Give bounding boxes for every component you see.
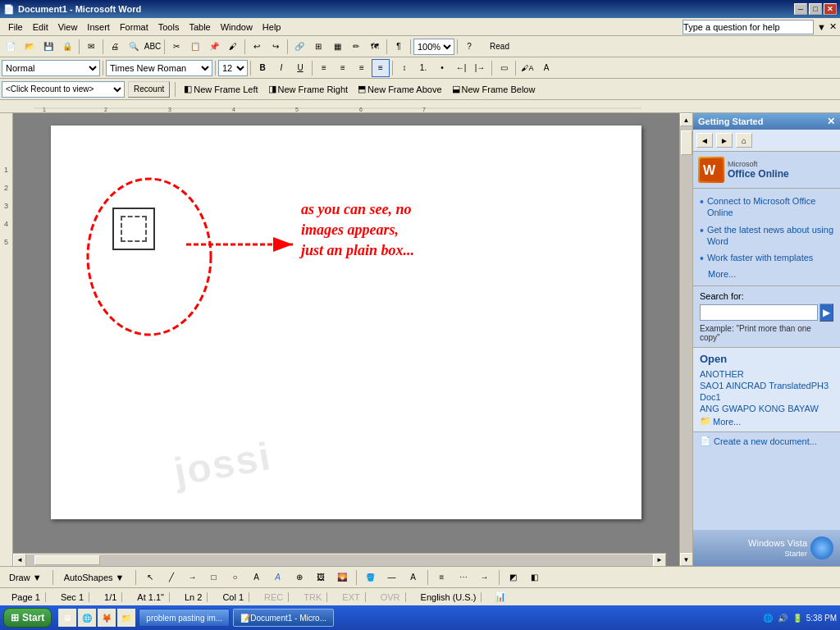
firefox-btn[interactable]: 🦊	[98, 609, 116, 627]
menu-insert[interactable]: Insert	[82, 21, 115, 34]
clip-art-tool[interactable]: 🖼	[312, 568, 330, 587]
horizontal-scrollbar[interactable]: ◄ ►	[13, 553, 666, 566]
paste-format-btn[interactable]: 🖌	[224, 38, 242, 56]
line-tool[interactable]: ╱	[162, 568, 180, 587]
open-item-2[interactable]: Doc1	[700, 391, 833, 403]
rect-tool[interactable]: □	[205, 568, 223, 587]
columns-btn[interactable]: ▦	[328, 38, 346, 56]
line-color-btn[interactable]: —	[383, 568, 401, 587]
line-style-btn[interactable]: ≡	[433, 568, 451, 587]
save-btn[interactable]: 💾	[39, 38, 57, 56]
print-preview-btn[interactable]: 🔍	[125, 38, 143, 56]
help-btn[interactable]: ?	[460, 38, 478, 56]
oval-tool[interactable]: ○	[226, 568, 244, 587]
cursor-tool[interactable]: ↖	[141, 568, 159, 587]
recount-select[interactable]: <Click Recount to view>	[2, 81, 125, 98]
paste-btn[interactable]: 📌	[205, 38, 223, 56]
panel-forward-btn[interactable]: ►	[716, 133, 733, 148]
help-search-input[interactable]	[682, 20, 814, 34]
email-btn[interactable]: ✉	[82, 38, 100, 56]
permission-btn[interactable]: 🔒	[58, 38, 76, 56]
start-button[interactable]: ⊞ Start	[3, 608, 52, 628]
menu-help[interactable]: Help	[258, 21, 286, 34]
bold-btn[interactable]: B	[253, 59, 272, 77]
draw-button[interactable]: Draw ▼	[3, 570, 48, 585]
open-btn[interactable]: 📂	[21, 38, 39, 56]
vertical-scrollbar[interactable]: ▲ ▼	[679, 113, 692, 566]
network-tray-icon[interactable]: 🌐	[762, 612, 774, 623]
menu-view[interactable]: View	[53, 21, 83, 34]
scroll-thumb[interactable]	[681, 130, 692, 155]
text-box-tool[interactable]: A	[248, 568, 266, 587]
hyperlink-btn[interactable]: 🔗	[290, 38, 308, 56]
volume-tray-icon[interactable]: 🔊	[777, 612, 788, 623]
menu-file[interactable]: File	[3, 21, 28, 34]
word-count-icon[interactable]: 📊	[495, 591, 506, 602]
more-link-1[interactable]: More...	[700, 269, 833, 279]
recount-button[interactable]: Recount	[128, 81, 170, 98]
3d-btn[interactable]: ◧	[526, 568, 544, 587]
scroll-left-btn[interactable]: ◄	[13, 554, 26, 567]
create-new-link[interactable]: 📄 Create a new document...	[700, 436, 833, 446]
panel-home-btn[interactable]: ⌂	[736, 133, 752, 148]
close-button[interactable]: ✕	[824, 3, 837, 15]
read-btn[interactable]: Read	[479, 38, 520, 56]
panel-close-icon[interactable]: ✕	[827, 116, 835, 127]
document-area[interactable]: as you can see, no images appears, just …	[13, 113, 679, 566]
undo-btn[interactable]: ↩	[248, 38, 266, 56]
spelling-btn[interactable]: ABC	[144, 38, 162, 56]
font-size-select[interactable]: 12	[218, 60, 248, 76]
outside-border-btn[interactable]: ▭	[495, 59, 513, 77]
new-frame-above-btn[interactable]: ⬒ New Frame Above	[354, 82, 445, 96]
autoshapes-button[interactable]: AutoShapes ▼	[58, 570, 130, 585]
more-open-link[interactable]: 📁 More...	[700, 416, 833, 427]
shadow-btn[interactable]: ◩	[504, 568, 523, 587]
dash-style-btn[interactable]: ⋯	[454, 568, 472, 587]
align-center-btn[interactable]: ≡	[334, 59, 352, 77]
scroll-track[interactable]	[680, 126, 692, 553]
menu-edit[interactable]: Edit	[28, 21, 53, 34]
justify-btn[interactable]: ≡	[372, 59, 390, 77]
h-scroll-thumb[interactable]	[34, 555, 100, 565]
new-btn[interactable]: 📄	[2, 38, 20, 56]
new-frame-left-btn[interactable]: ◧ New Frame Left	[180, 82, 261, 96]
battery-tray-icon[interactable]: 🔋	[792, 612, 803, 623]
minimize-button[interactable]: ─	[794, 3, 807, 15]
drawing-btn[interactable]: ✏	[347, 38, 365, 56]
news-link[interactable]: Get the latest news about using Word	[707, 224, 833, 248]
arrow-tool[interactable]: →	[184, 568, 202, 587]
scroll-down-btn[interactable]: ▼	[680, 553, 693, 566]
search-go-button[interactable]: ▶	[819, 304, 833, 322]
show-desktop-btn[interactable]: 🖥	[58, 609, 76, 627]
arrow-style-btn[interactable]: →	[476, 568, 494, 587]
table-btn[interactable]: ⊞	[309, 38, 327, 56]
menu-window[interactable]: Window	[216, 21, 258, 34]
font-color-btn[interactable]: A	[537, 59, 555, 77]
italic-btn[interactable]: I	[272, 59, 290, 77]
picture-tool[interactable]: 🌄	[333, 568, 351, 587]
cut-btn[interactable]: ✂	[167, 38, 185, 56]
highlight-btn[interactable]: 🖌A	[518, 59, 536, 77]
scroll-right-btn[interactable]: ►	[653, 554, 666, 567]
help-dropdown-icon[interactable]: ▼	[817, 22, 826, 32]
open-item-0[interactable]: ANOTHER	[700, 368, 833, 380]
show-hide-btn[interactable]: ¶	[390, 38, 408, 56]
fill-color-btn[interactable]: 🪣	[362, 568, 380, 587]
redo-btn[interactable]: ↪	[267, 38, 285, 56]
ie-btn[interactable]: 🌐	[78, 609, 96, 627]
align-left-btn[interactable]: ≡	[315, 59, 333, 77]
wordart-tool[interactable]: A	[269, 568, 287, 587]
zoom-select[interactable]: 100%	[413, 39, 454, 55]
open-item-3[interactable]: ANG GWAPO KONG BAYAW	[700, 403, 833, 414]
menu-format[interactable]: Format	[115, 21, 153, 34]
system-time[interactable]: 5:38 PM	[806, 614, 837, 623]
taskbar-item-0[interactable]: problem pasting im...	[139, 609, 230, 627]
align-right-btn[interactable]: ≡	[353, 59, 371, 77]
decrease-indent-btn[interactable]: ←|	[452, 59, 470, 77]
print-btn[interactable]: 🖨	[106, 38, 124, 56]
copy-btn[interactable]: 📋	[186, 38, 204, 56]
style-select[interactable]: Normal	[2, 60, 100, 76]
scroll-up-btn[interactable]: ▲	[680, 113, 693, 126]
menu-tools[interactable]: Tools	[153, 21, 185, 34]
line-spacing-btn[interactable]: ↕	[395, 59, 413, 77]
